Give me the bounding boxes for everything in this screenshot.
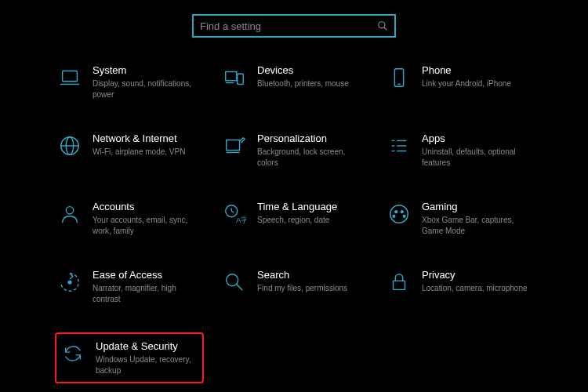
category-title: Phone bbox=[422, 64, 530, 76]
category-title: Accounts bbox=[93, 201, 201, 212]
svg-rect-33 bbox=[394, 281, 405, 289]
category-description: Background, lock screen, colors bbox=[257, 147, 365, 168]
svg-line-1 bbox=[384, 27, 387, 31]
search-input[interactable] bbox=[200, 20, 377, 32]
lock-icon bbox=[387, 270, 411, 294]
category-privacy[interactable]: PrivacyLocation, camera, microphone bbox=[384, 264, 533, 309]
category-description: Find my files, permissions bbox=[257, 283, 365, 294]
settings-grid: SystemDisplay, sound, notifications, pow… bbox=[0, 60, 588, 383]
category-time-language[interactable]: A字Time & LanguageSpeech, region, date bbox=[220, 196, 368, 241]
svg-rect-2 bbox=[63, 71, 78, 82]
category-personalization[interactable]: PersonalizationBackground, lock screen, … bbox=[220, 128, 368, 172]
category-description: Link your Android, iPhone bbox=[422, 78, 530, 89]
category-text: SystemDisplay, sound, notifications, pow… bbox=[93, 64, 201, 100]
svg-point-20 bbox=[66, 207, 73, 214]
category-text: Time & LanguageSpeech, region, date bbox=[257, 201, 365, 226]
magnify-icon bbox=[223, 270, 246, 294]
category-ease-of-access[interactable]: Ease of AccessNarrator, magnifier, high … bbox=[55, 264, 204, 309]
category-apps[interactable]: AppsUninstall, defaults, optional featur… bbox=[384, 128, 533, 172]
category-text: PrivacyLocation, camera, microphone bbox=[422, 269, 530, 294]
svg-point-27 bbox=[401, 211, 403, 213]
category-system[interactable]: SystemDisplay, sound, notifications, pow… bbox=[55, 60, 204, 104]
category-title: Devices bbox=[257, 64, 365, 76]
search-box[interactable] bbox=[192, 14, 396, 38]
category-text: PhoneLink your Android, iPhone bbox=[422, 64, 530, 89]
svg-line-23 bbox=[231, 211, 234, 212]
svg-point-30 bbox=[68, 281, 71, 284]
category-title: Personalization bbox=[257, 132, 365, 144]
update-icon bbox=[61, 342, 85, 365]
svg-point-28 bbox=[393, 215, 395, 217]
category-title: Time & Language bbox=[257, 201, 365, 212]
category-accounts[interactable]: AccountsYour accounts, email, sync, work… bbox=[55, 196, 204, 241]
category-update-security[interactable]: Update & SecurityWindows Update, recover… bbox=[55, 332, 204, 383]
search-container bbox=[0, 0, 588, 60]
category-search[interactable]: SearchFind my files, permissions bbox=[220, 264, 368, 309]
ease-icon bbox=[58, 270, 82, 294]
paint-icon bbox=[223, 134, 246, 158]
svg-rect-5 bbox=[238, 74, 244, 84]
category-title: Gaming bbox=[422, 201, 530, 212]
category-text: PersonalizationBackground, lock screen, … bbox=[257, 132, 365, 168]
category-title: Privacy bbox=[422, 269, 530, 281]
svg-rect-12 bbox=[227, 140, 240, 151]
phone-icon bbox=[387, 66, 411, 89]
svg-point-29 bbox=[403, 215, 405, 217]
category-description: Windows Update, recovery, backup bbox=[96, 354, 198, 376]
devices-icon bbox=[223, 66, 246, 89]
svg-rect-4 bbox=[226, 72, 237, 81]
category-gaming[interactable]: GamingXbox Game Bar, captures, Game Mode bbox=[384, 196, 533, 241]
svg-point-31 bbox=[227, 274, 238, 286]
svg-point-0 bbox=[379, 22, 385, 28]
apps-icon bbox=[387, 134, 411, 158]
category-text: Ease of AccessNarrator, magnifier, high … bbox=[93, 269, 201, 304]
category-title: Network & Internet bbox=[93, 132, 201, 144]
category-description: Location, camera, microphone bbox=[422, 283, 530, 294]
category-description: Narrator, magnifier, high contrast bbox=[93, 283, 201, 304]
category-description: Wi-Fi, airplane mode, VPN bbox=[93, 147, 201, 158]
svg-line-32 bbox=[237, 285, 243, 291]
category-text: SearchFind my files, permissions bbox=[257, 269, 365, 294]
category-description: Your accounts, email, sync, work, family bbox=[93, 215, 201, 236]
person-icon bbox=[58, 202, 82, 226]
category-phone[interactable]: PhoneLink your Android, iPhone bbox=[384, 60, 533, 104]
category-devices[interactable]: DevicesBluetooth, printers, mouse bbox=[220, 60, 368, 104]
category-title: Update & Security bbox=[96, 340, 198, 352]
category-text: Network & InternetWi-Fi, airplane mode, … bbox=[93, 132, 201, 158]
category-description: Bluetooth, printers, mouse bbox=[257, 78, 365, 89]
category-title: Apps bbox=[422, 132, 530, 144]
category-text: Update & SecurityWindows Update, recover… bbox=[96, 340, 198, 376]
svg-point-25 bbox=[390, 205, 408, 223]
search-icon bbox=[377, 20, 388, 31]
time-lang-icon: A字 bbox=[223, 202, 246, 226]
svg-text:A字: A字 bbox=[236, 216, 246, 224]
category-description: Speech, region, date bbox=[257, 215, 365, 226]
globe-icon bbox=[58, 134, 82, 158]
category-description: Uninstall, defaults, optional features bbox=[422, 147, 530, 168]
category-text: AppsUninstall, defaults, optional featur… bbox=[422, 132, 530, 168]
svg-point-26 bbox=[395, 211, 397, 213]
category-description: Xbox Game Bar, captures, Game Mode bbox=[422, 215, 530, 236]
category-text: AccountsYour accounts, email, sync, work… bbox=[93, 201, 201, 236]
laptop-icon bbox=[58, 66, 82, 89]
category-description: Display, sound, notifications, power bbox=[93, 78, 201, 100]
category-title: Search bbox=[257, 269, 365, 281]
category-title: Ease of Access bbox=[93, 269, 201, 281]
category-text: GamingXbox Game Bar, captures, Game Mode bbox=[422, 201, 530, 236]
category-text: DevicesBluetooth, printers, mouse bbox=[257, 64, 365, 89]
category-network[interactable]: Network & InternetWi-Fi, airplane mode, … bbox=[55, 128, 204, 172]
category-title: System bbox=[93, 64, 201, 76]
gaming-icon bbox=[387, 202, 411, 226]
